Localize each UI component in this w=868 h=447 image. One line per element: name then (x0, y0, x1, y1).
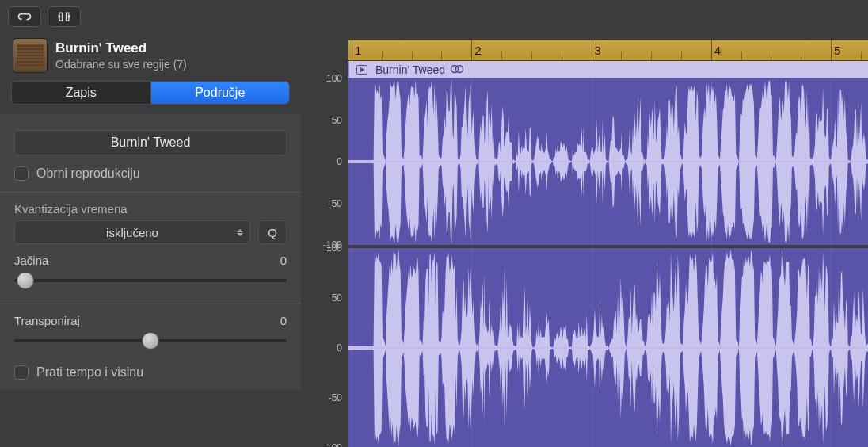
transpose-slider[interactable] (14, 330, 287, 351)
loop-tool-button[interactable] (8, 6, 41, 27)
amplitude-label: -50 (329, 198, 342, 209)
amplitude-label: 50 (332, 115, 342, 126)
timeline-ruler[interactable]: 12345 (348, 40, 868, 61)
play-icon (353, 65, 371, 74)
amplitude-label: -100 (323, 442, 342, 447)
transpose-label: Transponiraj (14, 314, 80, 327)
reverse-checkbox[interactable] (14, 166, 29, 181)
transpose-value: 0 (280, 314, 287, 327)
ruler-bar-label: 4 (714, 44, 721, 57)
region-header[interactable]: Burnin' Tweed (348, 61, 868, 78)
reverse-label: Obrni reprodukciju (36, 166, 140, 181)
follow-label: Prati tempo i visinu (36, 365, 143, 380)
stereo-icon (450, 63, 464, 76)
amplitude-label: -50 (329, 392, 342, 403)
tab-track[interactable]: Zapis (12, 82, 151, 104)
ruler-bar-label: 3 (595, 44, 601, 57)
editor-toolbar (0, 0, 301, 33)
audio-editor: 100500-50-100 100500-50-100 12345 Burnin… (301, 0, 868, 447)
follow-checkbox[interactable] (14, 365, 29, 380)
tab-region[interactable]: Područje (151, 82, 290, 104)
track-header: Burnin' Tweed Odabrane su sve regije (7) (0, 33, 301, 81)
ruler-bar-label: 2 (474, 44, 481, 57)
quantize-label: Kvantizacija vremena (0, 202, 301, 220)
inspector-tabs: Zapis Područje (11, 81, 290, 105)
inspector-sidebar: Burnin' Tweed Odabrane su sve regije (7)… (0, 0, 301, 447)
y-axis-gutter: 100500-50-100 100500-50-100 (301, 40, 348, 447)
track-subtitle: Odabrane su sve regije (7) (55, 58, 187, 71)
chevron-updown-icon (237, 229, 243, 236)
ruler-bar-label: 1 (355, 44, 361, 57)
track-thumbnail (13, 38, 48, 73)
amplitude-label: 100 (326, 243, 342, 254)
gain-slider[interactable] (14, 270, 287, 291)
svg-point-2 (456, 65, 463, 72)
gain-label: Jačina (14, 254, 48, 267)
filter-tool-button[interactable] (48, 6, 81, 27)
amplitude-label: 0 (337, 156, 342, 167)
region-header-label: Burnin' Tweed (375, 63, 445, 76)
waveform-area[interactable] (348, 78, 868, 447)
quantize-value: isključeno (106, 226, 158, 239)
quantize-select[interactable]: isključeno (14, 220, 250, 244)
quantize-q-button[interactable]: Q (258, 220, 287, 244)
amplitude-label: 100 (326, 73, 342, 84)
gain-value: 0 (280, 254, 287, 267)
track-title: Burnin' Tweed (55, 40, 187, 56)
amplitude-label: 50 (332, 292, 342, 304)
ruler-bar-label: 5 (834, 44, 840, 57)
amplitude-label: 0 (337, 342, 342, 353)
region-name-field[interactable]: Burnin' Tweed (14, 130, 287, 155)
